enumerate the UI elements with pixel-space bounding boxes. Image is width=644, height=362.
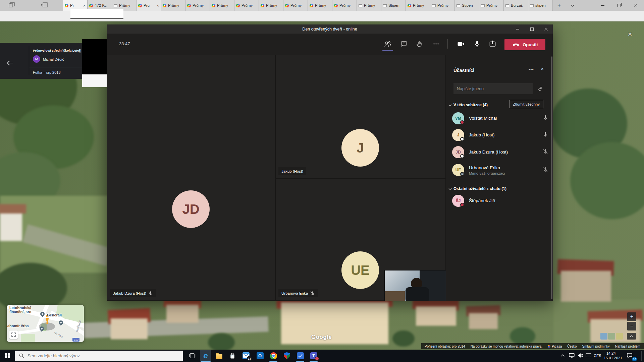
page-favicon: [359, 4, 362, 7]
maps-favicon: [138, 4, 142, 7]
taskbar-teams-icon[interactable]: T: [308, 350, 319, 361]
teams-minimize-button[interactable]: [511, 24, 524, 34]
taskbar-search[interactable]: [15, 351, 183, 361]
mic-off-icon[interactable]: [543, 167, 548, 173]
mic-on-icon[interactable]: [543, 132, 548, 137]
browser-tab[interactable]: Průmy: [406, 0, 430, 11]
teams-title-bar[interactable]: Den otevřených dveří - online: [107, 24, 553, 34]
language-indicator[interactable]: CES: [594, 354, 601, 358]
section-chevron-icon[interactable]: [448, 104, 452, 106]
browser-tab[interactable]: Průmy: [357, 0, 381, 11]
tray-chevron-icon[interactable]: [561, 354, 565, 357]
section-header[interactable]: V této schůzce (4): [453, 103, 488, 107]
notification-count-badge: 16: [632, 357, 637, 361]
minimap[interactable]: Letohradskáfinanční, sro Generali ahomír…: [7, 305, 84, 342]
thumbnails-collapse-icon[interactable]: [627, 333, 636, 340]
section-header[interactable]: Ostatní uživatelé z chatu (1): [453, 186, 506, 191]
tab-preview-icon[interactable]: [9, 2, 15, 8]
map-label: Generali: [47, 313, 62, 317]
action-center-icon[interactable]: [627, 353, 633, 358]
browser-tab[interactable]: Průmy: [308, 0, 332, 11]
browser-minimize-button[interactable]: [595, 0, 610, 11]
browser-tab[interactable]: Stipen: [455, 0, 479, 11]
copy-link-icon[interactable]: [537, 86, 543, 92]
taskbar-search-input[interactable]: [27, 353, 156, 359]
taskbar-shield-app-icon[interactable]: [281, 350, 292, 361]
panel-scrollbar[interactable]: [551, 56, 552, 299]
set-aside-tabs-icon[interactable]: [41, 2, 48, 8]
share-screen-icon[interactable]: [486, 39, 498, 49]
photo-author[interactable]: Michal Dědič: [43, 57, 64, 61]
panel-close-icon[interactable]: ×: [541, 66, 544, 72]
browser-tab[interactable]: Pru×: [137, 0, 161, 11]
zoom-in-button[interactable]: +: [627, 312, 636, 321]
teams-close-button[interactable]: [539, 24, 553, 34]
mute-all-button[interactable]: Ztlumit všechny: [509, 100, 543, 108]
browser-tab[interactable]: Průmy: [161, 0, 185, 11]
thumbnail[interactable]: [616, 333, 623, 340]
expand-map-icon[interactable]: [9, 330, 18, 339]
taskbar-mail-icon[interactable]: 13: [240, 350, 252, 361]
mic-off-icon[interactable]: [543, 149, 548, 155]
taskbar-store-icon[interactable]: [227, 350, 238, 361]
page-favicon: [457, 4, 460, 7]
browser-tab[interactable]: Průmy: [234, 0, 259, 11]
section-chevron-icon[interactable]: [448, 188, 452, 190]
browser-close-button[interactable]: [628, 0, 643, 11]
back-arrow-icon[interactable]: [7, 60, 13, 66]
taskbar-outlook-icon[interactable]: [254, 350, 266, 361]
taskbar-blue-app-icon[interactable]: [294, 350, 306, 361]
tab-list-chevron-icon[interactable]: [567, 0, 578, 11]
tab-close-icon[interactable]: ×: [83, 3, 86, 8]
teams-maximize-button[interactable]: [525, 24, 539, 34]
tray-keyboard-icon[interactable]: [586, 353, 591, 357]
maps-favicon: [212, 4, 215, 7]
thumbnail[interactable]: [600, 333, 607, 340]
thumbnail[interactable]: [608, 333, 615, 340]
tab-close-icon[interactable]: ×: [156, 3, 159, 8]
taskbar-chrome-icon[interactable]: [268, 350, 279, 361]
participants-toggle-icon[interactable]: [382, 39, 394, 49]
browser-tab[interactable]: Průmy: [210, 0, 234, 11]
browser-tab[interactable]: Průmy: [479, 0, 504, 11]
browser-tab[interactable]: Stipen: [381, 0, 406, 11]
participant-search-input[interactable]: [453, 83, 533, 94]
browser-tab[interactable]: Průmy: [430, 0, 455, 11]
browser-tab[interactable]: stipen: [528, 0, 553, 11]
self-video-preview[interactable]: [384, 270, 446, 301]
panel-more-icon[interactable]: •••: [529, 67, 534, 72]
browser-tab[interactable]: Burzaš: [504, 0, 528, 11]
tray-volume-icon[interactable]: [578, 353, 583, 358]
photo-thumbnails[interactable]: [600, 333, 623, 340]
taskbar-file-explorer-icon[interactable]: [213, 350, 225, 361]
browser-restore-button[interactable]: [611, 0, 627, 11]
report-problem-link[interactable]: Nahlásit problém: [615, 345, 640, 348]
close-photo-icon[interactable]: ×: [628, 30, 635, 38]
zoom-out-button[interactable]: −: [627, 322, 636, 330]
camera-icon[interactable]: [455, 39, 467, 49]
taskbar-edge-icon[interactable]: e: [200, 350, 211, 361]
google-watermark: Google: [311, 334, 332, 341]
browser-tab[interactable]: Průmy: [283, 0, 308, 11]
start-button[interactable]: [0, 350, 15, 362]
new-tab-button[interactable]: +: [553, 0, 565, 11]
terms-link[interactable]: Smluvní podmínky: [582, 345, 610, 348]
leave-meeting-button[interactable]: Opustit: [504, 39, 545, 50]
more-options-icon[interactable]: [430, 39, 442, 49]
browser-tab[interactable]: Průmy: [185, 0, 210, 11]
clock-date[interactable]: 15.01.2021: [604, 356, 622, 360]
avatar: J: [341, 129, 379, 167]
country-link[interactable]: Česko: [567, 345, 577, 348]
chat-icon[interactable]: [398, 39, 410, 49]
overflow-menu-icon[interactable]: [79, 48, 81, 54]
clock-time[interactable]: 14:24: [606, 351, 616, 355]
raise-hand-icon[interactable]: [414, 39, 426, 49]
mic-on-icon[interactable]: [543, 115, 548, 121]
browser-tab[interactable]: Průmy: [259, 0, 283, 11]
tray-display-icon[interactable]: [569, 353, 575, 358]
browser-tab[interactable]: Průmy: [332, 0, 357, 11]
show-desktop-divider[interactable]: [641, 351, 642, 361]
task-view-button[interactable]: [186, 350, 198, 361]
hangup-icon: [512, 43, 520, 47]
microphone-icon[interactable]: [471, 39, 483, 49]
